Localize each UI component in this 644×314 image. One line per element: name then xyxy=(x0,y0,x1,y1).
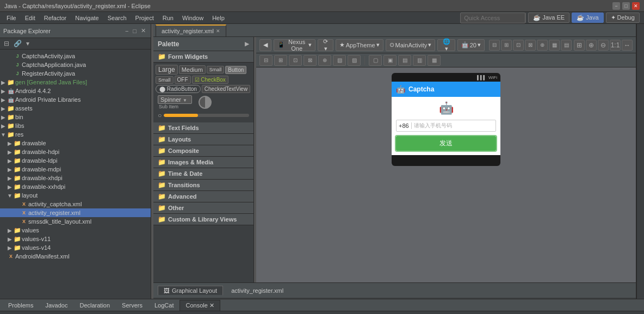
tree-item-manifest[interactable]: X AndroidManifest.xml xyxy=(0,252,151,261)
tree-item-libs[interactable]: ▶ 📁 libs xyxy=(0,121,151,130)
graphical-layout-tab[interactable]: 🖼 Graphical Layout xyxy=(158,286,223,295)
tree-item-drawable-mdpi[interactable]: ▶ 📁 drawable-mdpi xyxy=(0,165,151,174)
menu-edit[interactable]: Edit xyxy=(21,14,40,22)
fw-progress-circle[interactable] xyxy=(199,96,212,109)
tree-item-captcha-activity[interactable]: J CaptchaActivity.java xyxy=(0,52,151,60)
close-button[interactable]: ✕ xyxy=(632,2,640,10)
fw-button[interactable]: Button xyxy=(225,66,246,74)
zoom-fit-btn[interactable]: ⊞ xyxy=(574,40,585,51)
tree-item-android-private[interactable]: ▶ 🤖 Android Private Libraries xyxy=(0,95,151,104)
fw-spinner[interactable]: Spinner ▼ xyxy=(158,95,192,104)
fw-textview-medium[interactable]: Medium xyxy=(179,65,206,74)
layout-tool-11[interactable]: ▥ xyxy=(413,55,426,66)
layout-tool-4[interactable]: ⊠ xyxy=(304,55,317,66)
activity-selector[interactable]: ⊙ MainActivity ▾ xyxy=(386,39,436,51)
layout-tool-9[interactable]: ▣ xyxy=(383,55,397,66)
layout-tool-3[interactable]: ⊡ xyxy=(289,55,302,66)
layout-btn-2[interactable]: ⊞ xyxy=(501,40,512,51)
fw-checkbox[interactable]: ☑ CheckBox xyxy=(192,76,228,84)
zoom-100-btn[interactable]: ↔ xyxy=(622,40,633,51)
menu-search[interactable]: Search xyxy=(103,14,131,22)
images-header[interactable]: 📁 Images & Media xyxy=(153,157,253,168)
zoom-in-btn[interactable]: ⊕ xyxy=(586,40,597,51)
fw-checkedtextview[interactable]: CheckedTextView xyxy=(202,85,250,93)
layout-tool-10[interactable]: ▤ xyxy=(398,55,411,66)
other-header[interactable]: 📁 Other xyxy=(153,202,253,214)
logcat-tab[interactable]: LogCat xyxy=(148,300,179,311)
maximize-button[interactable]: □ xyxy=(622,2,630,10)
custom-header[interactable]: 📁 Custom & Library Views xyxy=(153,214,253,225)
tree-item-drawable[interactable]: ▶ 📁 drawable xyxy=(0,139,151,147)
console-tab[interactable]: Console ✕ xyxy=(179,300,220,311)
layout-btn-7[interactable]: ▤ xyxy=(561,40,572,51)
layout-tool-12[interactable]: ▦ xyxy=(428,55,441,66)
time-date-header[interactable]: 📁 Time & Date xyxy=(153,168,253,180)
layout-tool-5[interactable]: ⊕ xyxy=(318,55,331,66)
transitions-header[interactable]: 📁 Transitions xyxy=(153,180,253,191)
tree-item-values-v14[interactable]: ▶ 📁 values-v14 xyxy=(0,243,151,252)
layout-btn-3[interactable]: ⊡ xyxy=(513,40,524,51)
theme-selector[interactable]: ★ AppTheme ▾ xyxy=(336,39,383,51)
layout-tool-8[interactable]: ▢ xyxy=(369,55,382,66)
text-fields-header[interactable]: 📁 Text Fields xyxy=(153,122,253,134)
java-perspective[interactable]: ☕ Java xyxy=(572,13,603,23)
fw-radiobutton[interactable]: ⬤ RadioButton xyxy=(156,85,201,93)
link-editor-btn[interactable]: 🔗 xyxy=(12,39,23,48)
panel-minimize-btn[interactable]: − xyxy=(123,27,130,35)
declaration-tab[interactable]: Declaration xyxy=(73,300,116,311)
layout-tool-6[interactable]: ▧ xyxy=(333,55,346,66)
tree-item-bin[interactable]: ▶ 📁 bin xyxy=(0,113,151,121)
tree-item-activity-register[interactable]: X activity_register.xml xyxy=(0,208,151,217)
layout-btn-6[interactable]: ▦ xyxy=(549,40,560,51)
locale-btn[interactable]: 🌐 ▾ xyxy=(437,39,455,51)
layout-btn-5[interactable]: ⊕ xyxy=(537,40,548,51)
phone-send-button[interactable]: 发送 xyxy=(396,136,496,151)
tree-item-assets[interactable]: ▶ 📁 assets xyxy=(0,104,151,113)
menu-window[interactable]: Window xyxy=(178,14,208,22)
tree-item-layout[interactable]: ▼ 📁 layout xyxy=(0,191,151,200)
layout-tool-2[interactable]: ⊞ xyxy=(274,55,287,66)
menu-navigate[interactable]: Navigate xyxy=(71,14,103,22)
tree-item-gen[interactable]: ▶ 📁 gen [Generated Java Files] xyxy=(0,78,151,87)
palette-collapse-icon[interactable]: ▶ xyxy=(245,41,249,47)
menu-project[interactable]: Project xyxy=(131,14,158,22)
fw-textview-small[interactable]: Small xyxy=(207,66,225,73)
composite-header[interactable]: 📁 Composite xyxy=(153,145,253,157)
tree-item-values[interactable]: ▶ 📁 values xyxy=(0,226,151,235)
layout-tool-1[interactable]: ⊟ xyxy=(259,55,273,66)
servers-tab[interactable]: Servers xyxy=(116,300,148,311)
fw-seekbar[interactable] xyxy=(164,114,249,117)
menu-file[interactable]: File xyxy=(2,14,21,22)
menu-refactor[interactable]: Refactor xyxy=(40,14,71,22)
tree-item-values-v11[interactable]: ▶ 📁 values-v11 xyxy=(0,235,151,243)
layout-btn-1[interactable]: ⊟ xyxy=(489,40,500,51)
java-ee-perspective[interactable]: ☕ Java EE xyxy=(528,13,569,23)
tree-item-register-activity[interactable]: J RegisterActivity.java xyxy=(0,69,151,78)
form-widgets-header[interactable]: 📁 Form Widgets xyxy=(153,51,253,63)
javadoc-tab[interactable]: Javadoc xyxy=(39,300,73,311)
layout-tool-7[interactable]: ▨ xyxy=(348,55,361,66)
quick-access-input[interactable] xyxy=(460,13,525,23)
tree-item-drawable-xhdpi[interactable]: ▶ 📁 drawable-xhdpi xyxy=(0,174,151,182)
orientation-btn[interactable]: ⟳ ▾ xyxy=(318,39,333,51)
zoom-out-btn[interactable]: ⊖ xyxy=(598,40,609,51)
panel-close-btn[interactable]: ✕ xyxy=(139,27,147,35)
canvas-nav-back[interactable]: ◀ xyxy=(259,39,271,51)
api-level-btn[interactable]: 🤖 20 ▾ xyxy=(457,39,485,51)
tree-item-captcha-app[interactable]: J CaptchaApplication.java xyxy=(0,60,151,69)
fw-textview-large[interactable]: Large xyxy=(156,65,178,75)
device-selector[interactable]: 📱 Nexus One ▾ xyxy=(274,39,315,51)
tree-item-drawable-xxhdpi[interactable]: ▶ 📁 drawable-xxhdpi xyxy=(0,182,151,191)
tree-item-activity-captcha[interactable]: X activity_captcha.xml xyxy=(0,200,151,208)
fw-edittext-small[interactable]: Small xyxy=(156,76,174,84)
fw-toggle-btn[interactable]: OFF xyxy=(175,76,191,84)
problems-tab[interactable]: Problems xyxy=(2,300,39,311)
xml-tab[interactable]: activity_register.xml xyxy=(225,286,289,295)
advanced-header[interactable]: 📁 Advanced xyxy=(153,191,253,202)
tree-item-android-442[interactable]: ▶ 🤖 Android 4.4.2 xyxy=(0,87,151,95)
panel-maximize-btn[interactable]: □ xyxy=(131,27,138,35)
layout-btn-4[interactable]: ⊠ xyxy=(525,40,536,51)
tab-close-btn[interactable]: ✕ xyxy=(216,28,220,34)
menu-help[interactable]: Help xyxy=(208,14,229,22)
tree-item-drawable-ldpi[interactable]: ▶ 📁 drawable-ldpi xyxy=(0,156,151,165)
